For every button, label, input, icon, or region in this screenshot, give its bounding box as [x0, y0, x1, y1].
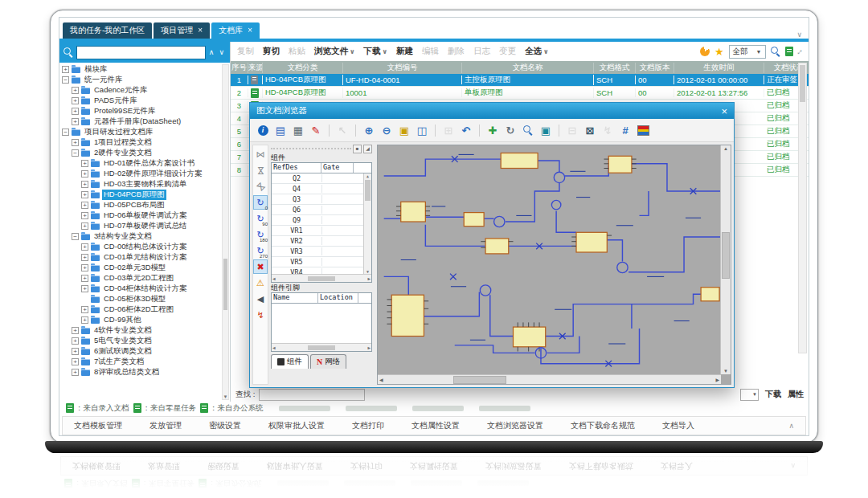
tree-expander-icon[interactable]: +	[81, 202, 88, 209]
zoom-find-icon[interactable]	[520, 122, 536, 138]
tree-expander-icon[interactable]: +	[72, 358, 79, 365]
pin-column-header[interactable]: Location	[318, 293, 358, 303]
tree-expander-icon[interactable]: +	[81, 285, 88, 292]
tree-item[interactable]: −2硬件专业类文档	[59, 148, 230, 158]
tree-item[interactable]: +HD-03主要物料采购清单	[59, 179, 230, 190]
window-tab[interactable]: 我的任务-我的工作区	[63, 22, 152, 39]
footer-link[interactable]: 发放管理	[149, 420, 182, 431]
toolbar-button[interactable]: 全选∨	[525, 46, 549, 57]
tab-close-icon[interactable]: ×	[198, 27, 203, 35]
tree-item[interactable]: +CD-02单元3D模型	[59, 263, 230, 273]
tree-item[interactable]: +CD-06柜体2D工程图	[59, 304, 230, 315]
tree-item[interactable]: +CD-00结构总体设计方案	[59, 242, 230, 252]
search-next-icon[interactable]: ∨	[219, 48, 226, 56]
tree-item[interactable]: +PADS元件库	[59, 96, 230, 106]
tree-item[interactable]: +CD-04柜体结构设计方案	[59, 284, 230, 294]
refdes-column-header[interactable]: Gate	[321, 163, 354, 173]
footer-link[interactable]: 密级设置	[209, 420, 241, 431]
properties-link[interactable]: 属性	[788, 389, 804, 400]
window-tab[interactable]: 文档库×	[211, 22, 260, 39]
tree-item[interactable]: +HD-02硬件原理详细设计方案	[59, 169, 230, 179]
refresh-icon[interactable]	[700, 47, 710, 56]
panel-collapse-icon[interactable]: ◢	[363, 145, 372, 153]
tree-search-input[interactable]	[76, 46, 206, 59]
toolbar-button[interactable]: 剪切	[263, 46, 280, 57]
tree-expander-icon[interactable]: +	[72, 87, 79, 94]
tree-item[interactable]: +HD-06单板硬件调试方案	[59, 210, 230, 221]
tree-item[interactable]: +CD-99其他	[59, 315, 230, 325]
footer-link[interactable]: 文档下载命名规范	[571, 420, 635, 431]
table-row[interactable]: 1HD-04PCB原理图UF-HD-04-0001主控板原理图SCH002012…	[231, 74, 809, 87]
refdes-column-header[interactable]: RefDes	[272, 163, 321, 173]
tree-expander-icon[interactable]: +	[81, 160, 88, 167]
table-scrollbar[interactable]	[798, 63, 807, 353]
tab-nets[interactable]: N网络	[310, 354, 346, 369]
rotate-0-icon[interactable]: ↻0	[253, 195, 268, 210]
column-header[interactable]: 文档版本	[636, 63, 674, 73]
doc-compare-icon[interactable]: ⊠	[582, 122, 598, 138]
column-header[interactable]: 文档编号	[343, 63, 462, 73]
rotate-270-icon[interactable]: ↻270	[253, 243, 268, 258]
tree-expander-icon[interactable]: +	[81, 316, 88, 324]
layers-icon[interactable]	[635, 122, 651, 138]
mark-delete-icon[interactable]: ✖	[253, 259, 268, 274]
schematic-hscroll[interactable]: ◀▶	[378, 374, 721, 384]
tree-expander-icon[interactable]: +	[81, 222, 88, 230]
view-undo-icon[interactable]: ↶	[458, 122, 474, 138]
tree-expander-icon[interactable]: +	[81, 306, 88, 313]
tree-item[interactable]: +HD-01硬件总体方案设计书	[59, 158, 230, 169]
warning-icon[interactable]: ⚠	[253, 276, 268, 290]
favorite-star-icon[interactable]: ★	[714, 47, 724, 57]
tree-item[interactable]: +6测试联调类文档	[59, 346, 230, 357]
schematic-vscroll[interactable]: ▲▼	[720, 145, 731, 374]
refdes-row[interactable]: Q3	[272, 194, 364, 205]
column-header[interactable]: 序号	[231, 63, 248, 73]
tree-item[interactable]: CD-05柜体3D模型	[59, 294, 230, 304]
pin-column-header[interactable]: Name	[272, 293, 318, 303]
tree-expander-icon[interactable]: +	[81, 170, 88, 178]
zoom-window-icon[interactable]: ▣	[396, 122, 412, 138]
tree-item[interactable]: −3结构专业类文档	[59, 231, 230, 242]
refdes-list-hscroll[interactable]: ◀▶	[272, 274, 371, 282]
schematic-canvas[interactable]: ▲▼ ◀▶	[377, 145, 731, 385]
search-icon[interactable]	[771, 47, 780, 56]
tree-expander-icon[interactable]: +	[72, 139, 79, 146]
tree-expander-icon[interactable]: −	[62, 129, 69, 136]
dialog-title-bar[interactable]: 图文档浏览器 ×	[250, 103, 734, 119]
column-header[interactable]: 文档分类	[263, 63, 343, 73]
tree-expander-icon[interactable]: −	[62, 76, 69, 84]
pan-icon[interactable]: ✚	[485, 122, 501, 138]
highlight-flash-icon[interactable]: ↯	[253, 308, 268, 322]
tab-overflow-caret[interactable]: ∨	[796, 31, 805, 39]
tab-components[interactable]: 组件	[271, 354, 309, 369]
column-header[interactable]: 来源	[248, 63, 263, 73]
refdes-row[interactable]: VR3	[272, 247, 364, 257]
tree-item[interactable]: −项目研发过程文档库	[59, 127, 230, 137]
find-input[interactable]	[259, 389, 365, 401]
tree-item[interactable]: +CD-03单元2D工程图	[59, 273, 230, 284]
panel-handle[interactable]: ■ ◢	[271, 145, 372, 153]
download-link[interactable]: 下载	[765, 389, 781, 400]
tree-item[interactable]: +HD-05PCB布局图	[59, 200, 230, 210]
tree-item[interactable]: +4软件专业类文档	[59, 325, 230, 336]
column-header[interactable]: 文档格式	[594, 63, 636, 73]
tree-expander-icon[interactable]: −	[72, 149, 79, 157]
zoom-in-icon[interactable]: ⊕	[361, 122, 377, 138]
doc-preview-icon[interactable]: ▤	[272, 122, 289, 138]
redline-pen-icon[interactable]: ✎	[308, 122, 324, 138]
refdes-row[interactable]: Q4	[272, 184, 364, 194]
window-tab[interactable]: 项目管理×	[154, 22, 210, 39]
tree-expander-icon[interactable]: +	[72, 327, 79, 334]
footer-link[interactable]: 文档打印	[352, 420, 384, 431]
footer-link[interactable]: 文档导入	[662, 420, 694, 431]
flip-both-icon[interactable]: ⋈	[253, 179, 268, 194]
tree-item[interactable]: +模块库	[59, 64, 230, 75]
tree-expander-icon[interactable]: +	[81, 275, 88, 282]
toolbar-button[interactable]: 新建	[396, 46, 413, 57]
tree-expander-icon[interactable]: +	[81, 254, 88, 261]
expand-view-icon[interactable]: ↕	[795, 47, 805, 56]
tree-item[interactable]: +Cadence元件库	[59, 85, 230, 96]
refdes-row[interactable]: Q6	[272, 205, 364, 215]
table-row[interactable]: 2HD-04PCB原理图10001单板原理图SCH002012-02-01 13…	[231, 87, 809, 100]
tree-expander-icon[interactable]: +	[81, 264, 88, 271]
